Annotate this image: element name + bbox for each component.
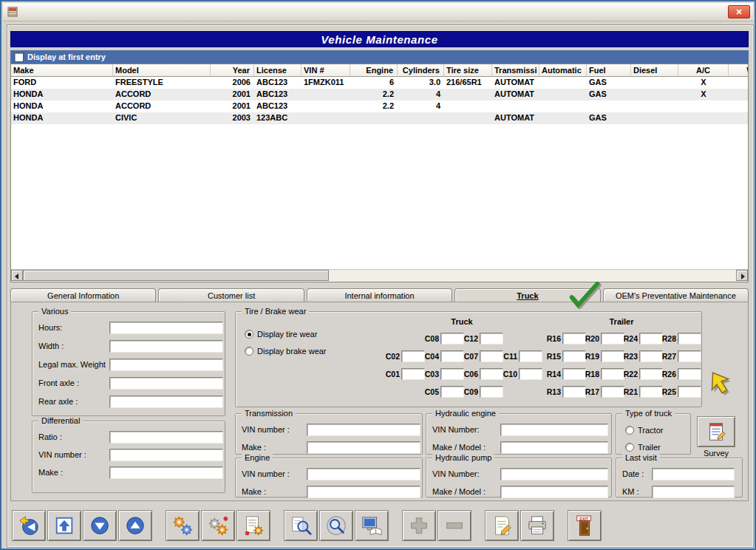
text-input-rear-axle[interactable]: [109, 395, 223, 408]
column-header[interactable]: VIN #: [302, 64, 350, 77]
text-input-make-model[interactable]: [500, 441, 608, 454]
table-cell: [539, 77, 587, 89]
vehicle-table: MakeModelYearLicenseVIN #EngineCylinders…: [10, 64, 749, 282]
wear-cell-label: C08: [423, 334, 440, 343]
text-input-hours[interactable]: [109, 322, 223, 334]
column-header[interactable]: W: [729, 64, 749, 77]
text-input-make[interactable]: [307, 486, 420, 498]
close-button[interactable]: ✕: [728, 5, 750, 18]
text-input-make-model[interactable]: [500, 486, 608, 498]
text-input-vin-number[interactable]: [500, 424, 608, 436]
config-gears-button[interactable]: [201, 510, 235, 541]
column-header[interactable]: Fuel: [587, 64, 631, 77]
text-input-vin-number[interactable]: [307, 468, 420, 481]
wear-input-c05[interactable]: [440, 386, 464, 398]
text-input-date[interactable]: [652, 468, 735, 481]
text-input-make[interactable]: [307, 441, 420, 454]
survey-button[interactable]: [697, 416, 735, 447]
various-legend: Various: [38, 307, 71, 316]
wear-input-c12[interactable]: [480, 333, 503, 344]
add-button[interactable]: [402, 510, 436, 541]
text-input-vin-number[interactable]: [307, 424, 420, 436]
horizontal-scrollbar[interactable]: [11, 269, 748, 282]
nav-up-button[interactable]: [118, 510, 152, 541]
field-label: VIN number :: [242, 469, 307, 478]
plus-icon: [408, 515, 430, 537]
nav-down-button[interactable]: [83, 510, 117, 541]
text-input-width[interactable]: [109, 340, 223, 353]
wear-input-c10[interactable]: [519, 368, 542, 380]
table-row[interactable]: FORDFREESTYLE2006ABC1231FMZK01163.0216/6…: [11, 77, 749, 89]
wear-input-r28[interactable]: [678, 333, 701, 344]
radio-label: Display brake wear: [257, 347, 327, 356]
text-input-legal-max-weight[interactable]: [109, 359, 223, 371]
search-document-button[interactable]: [284, 510, 318, 541]
scroll-right-button[interactable]: [736, 270, 748, 281]
table-row[interactable]: HONDAACCORD2001ABC1232.24: [11, 101, 749, 112]
column-header[interactable]: Make: [11, 64, 113, 77]
wear-input-c03[interactable]: [440, 368, 464, 380]
radio-trailer[interactable]: Trailer: [625, 441, 663, 453]
column-header[interactable]: Transmissi: [492, 64, 539, 77]
computer-book-button[interactable]: [355, 510, 389, 541]
wear-input-c07[interactable]: [480, 350, 503, 362]
column-header[interactable]: Engine: [350, 64, 398, 77]
tab-customer-list[interactable]: Customer list: [158, 288, 304, 302]
table-cell: ABC123: [254, 101, 302, 112]
report-settings-button[interactable]: [236, 510, 270, 541]
text-input-front-axle[interactable]: [109, 377, 223, 390]
scroll-left-button[interactable]: [11, 270, 23, 281]
wear-input-c04[interactable]: [440, 350, 464, 362]
tab-general-information[interactable]: General Information: [10, 288, 156, 302]
table-cell: HONDA: [11, 89, 113, 101]
column-header[interactable]: Cylinders: [398, 64, 444, 77]
print-button[interactable]: [520, 510, 554, 541]
wear-input-c06[interactable]: [480, 368, 503, 380]
table-cell: 2006: [211, 77, 254, 89]
tab-internal-information[interactable]: Internal information: [307, 288, 452, 302]
text-input-vin-number[interactable]: [109, 449, 223, 461]
text-input-vin-number[interactable]: [500, 468, 608, 481]
wear-input-c09[interactable]: [480, 386, 503, 398]
table-row[interactable]: HONDAACCORD2001ABC1232.24AUTOMATGASXX: [11, 89, 749, 101]
truck-wear-grid: C08C12C02C04C07C11C01C03C06C10C05C09: [384, 330, 540, 401]
column-header[interactable]: Year: [211, 64, 254, 77]
nav-first-button[interactable]: [47, 510, 81, 541]
column-header[interactable]: Tire size: [444, 64, 492, 77]
wear-input-r27[interactable]: [678, 350, 701, 362]
hydraulic-engine-legend: Hydraulic engine: [432, 409, 499, 418]
wear-input-c11[interactable]: [519, 350, 542, 362]
wear-cell-label: R15: [545, 352, 562, 361]
settings-gears-button[interactable]: [166, 510, 200, 541]
column-header[interactable]: Automatic: [539, 64, 587, 77]
wear-input-c08[interactable]: [440, 333, 464, 344]
wear-cell-label: C04: [423, 352, 440, 361]
zoom-button[interactable]: [319, 510, 353, 541]
notes-button[interactable]: [485, 510, 519, 541]
table-cell: ABC123: [254, 89, 302, 101]
column-header[interactable]: License: [254, 64, 302, 77]
radio-tractor[interactable]: Tractor: [625, 424, 663, 436]
table-cell: [631, 77, 678, 89]
text-input-ratio[interactable]: [109, 431, 223, 444]
nav-back-button[interactable]: [12, 510, 46, 541]
remove-button[interactable]: [437, 510, 471, 541]
radio-display-tire-wear[interactable]: Display tire wear: [245, 328, 327, 340]
column-header[interactable]: Diesel: [631, 64, 678, 77]
exit-button[interactable]: EXIT: [568, 510, 602, 541]
wear-cell-label: R17: [583, 387, 601, 396]
wear-cell-label: R13: [545, 387, 562, 396]
text-input-make[interactable]: [109, 466, 223, 479]
wear-input-r26[interactable]: [678, 368, 701, 380]
text-input-km[interactable]: [652, 486, 735, 498]
display-first-entry-checkbox[interactable]: [14, 52, 24, 62]
wear-input-c02[interactable]: [401, 350, 425, 362]
column-header[interactable]: Model: [113, 64, 211, 77]
wear-input-c01[interactable]: [401, 368, 425, 380]
tab-oem-s-preventative-maintenance[interactable]: OEM's Preventative Maintenance: [603, 288, 749, 302]
scroll-thumb[interactable]: [23, 270, 329, 281]
radio-display-brake-wear[interactable]: Display brake wear: [245, 345, 327, 357]
column-header[interactable]: A/C: [678, 64, 729, 77]
table-row[interactable]: HONDACIVIC2003123ABCAUTOMATGAS: [11, 112, 749, 124]
wear-input-r25[interactable]: [678, 386, 701, 398]
